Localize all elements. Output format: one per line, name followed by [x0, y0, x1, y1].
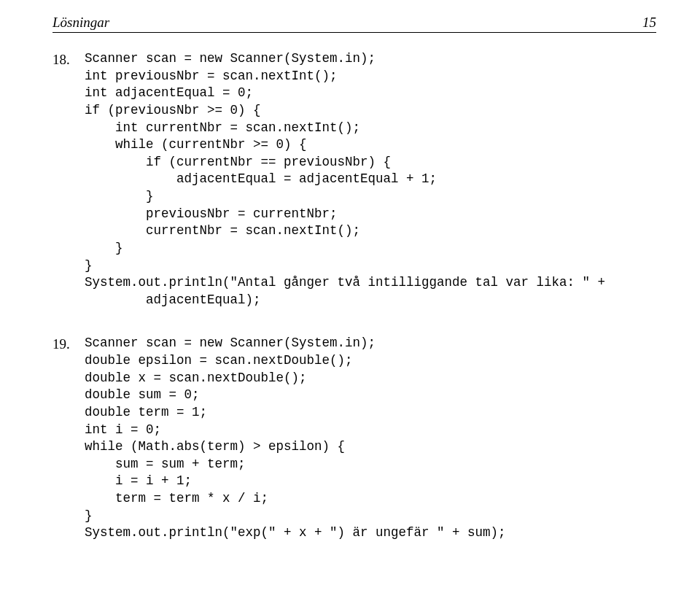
- page: Lösningar 15 18. Scanner scan = new Scan…: [0, 0, 700, 583]
- problem-number: 18.: [52, 50, 85, 69]
- header-rule: [52, 32, 656, 33]
- code-block: Scanner scan = new Scanner(System.in); i…: [85, 50, 605, 309]
- page-header: Lösningar 15: [52, 15, 656, 31]
- problem-18: 18. Scanner scan = new Scanner(System.in…: [52, 50, 656, 309]
- code-block: Scanner scan = new Scanner(System.in); d…: [85, 335, 506, 542]
- problem-number: 19.: [52, 335, 85, 354]
- header-page-number: 15: [642, 15, 656, 31]
- header-title: Lösningar: [52, 15, 109, 31]
- problem-19: 19. Scanner scan = new Scanner(System.in…: [52, 335, 656, 542]
